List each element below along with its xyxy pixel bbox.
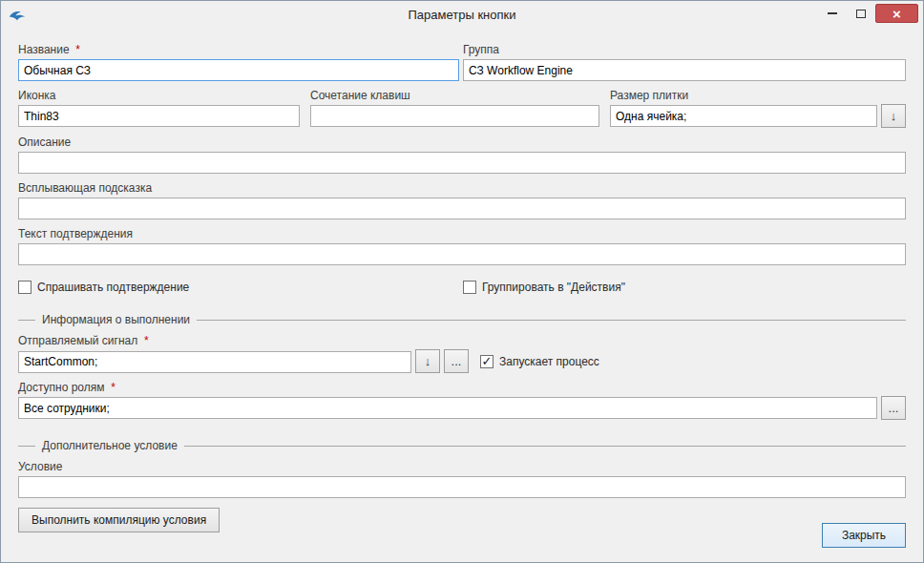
dialog-footer: Закрыть <box>822 523 906 548</box>
close-icon: × <box>892 6 901 22</box>
ellipsis-icon: ... <box>452 354 462 368</box>
tile-size-label: Размер плитки <box>610 89 906 102</box>
compile-condition-button[interactable]: Выполнить компиляцию условия <box>18 508 220 532</box>
minimize-icon <box>828 12 837 14</box>
roles-input[interactable] <box>18 397 877 419</box>
condition-label: Условие <box>18 460 906 473</box>
ellipsis-icon: ... <box>889 401 899 415</box>
required-mark: * <box>111 381 116 394</box>
roles-ellipsis-button[interactable]: ... <box>881 396 906 420</box>
dialog-window: Параметры кнопки × Название * Группа <box>0 0 924 563</box>
required-mark: * <box>75 43 80 56</box>
checkbox-box: ✓ <box>463 281 476 294</box>
ask-confirmation-checkbox[interactable]: ✓ Спрашивать подтверждение <box>18 281 463 294</box>
icon-label: Иконка <box>18 89 300 102</box>
minimize-button[interactable] <box>818 4 846 23</box>
shortcut-label: Сочетание клавиш <box>310 89 599 102</box>
name-label: Название * <box>18 43 459 56</box>
section-divider-line <box>184 446 906 447</box>
starts-process-label: Запускает процесс <box>499 355 599 368</box>
form-content: Название * Группа Иконка Сочетание клави… <box>1 30 923 532</box>
title-bar[interactable]: Параметры кнопки × <box>1 1 923 30</box>
window-title: Параметры кнопки <box>1 8 923 22</box>
group-input[interactable] <box>463 59 906 81</box>
group-label: Группа <box>463 43 906 56</box>
name-input[interactable] <box>18 59 459 81</box>
group-in-actions-checkbox[interactable]: ✓ Группировать в "Действия" <box>463 281 906 294</box>
confirmation-text-input[interactable] <box>18 243 906 265</box>
close-dialog-button[interactable]: Закрыть <box>822 523 906 548</box>
description-label: Описание <box>18 136 906 149</box>
roles-label: Доступно ролям * <box>18 381 906 394</box>
signal-dropdown-button[interactable]: ↓ <box>415 349 440 373</box>
section-additional-condition: Дополнительное условие <box>18 439 906 452</box>
section-divider-line <box>197 320 906 321</box>
required-mark: * <box>144 334 149 347</box>
dropdown-arrow-icon: ↓ <box>891 109 897 123</box>
starts-process-checkbox[interactable]: ✓ Запускает процесс <box>480 355 599 368</box>
tooltip-input[interactable] <box>18 198 906 219</box>
window-controls: × <box>818 4 918 23</box>
maximize-icon <box>856 10 866 18</box>
checkbox-box: ✓ <box>480 355 494 368</box>
check-icon: ✓ <box>482 355 493 367</box>
dropdown-arrow-icon: ↓ <box>425 354 431 368</box>
description-input[interactable] <box>18 152 906 174</box>
maximize-button[interactable] <box>847 4 874 23</box>
tile-size-dropdown-button[interactable]: ↓ <box>881 104 906 128</box>
signal-ellipsis-button[interactable]: ... <box>444 349 469 373</box>
signal-input[interactable] <box>18 351 411 373</box>
condition-input[interactable] <box>18 476 906 498</box>
group-in-actions-label: Группировать в "Действия" <box>482 281 625 294</box>
tile-size-input[interactable] <box>610 105 877 127</box>
icon-input[interactable] <box>18 105 300 127</box>
checkbox-box: ✓ <box>18 281 32 294</box>
signal-label: Отправляемый сигнал * <box>18 334 906 347</box>
ask-confirmation-label: Спрашивать подтверждение <box>37 281 189 294</box>
tooltip-label: Всплывающая подсказка <box>18 181 906 195</box>
close-button[interactable]: × <box>875 4 918 23</box>
shortcut-input[interactable] <box>310 105 599 127</box>
section-execution-info: Информация о выполнении <box>18 313 906 326</box>
confirmation-text-label: Текст подтверждения <box>18 227 906 240</box>
